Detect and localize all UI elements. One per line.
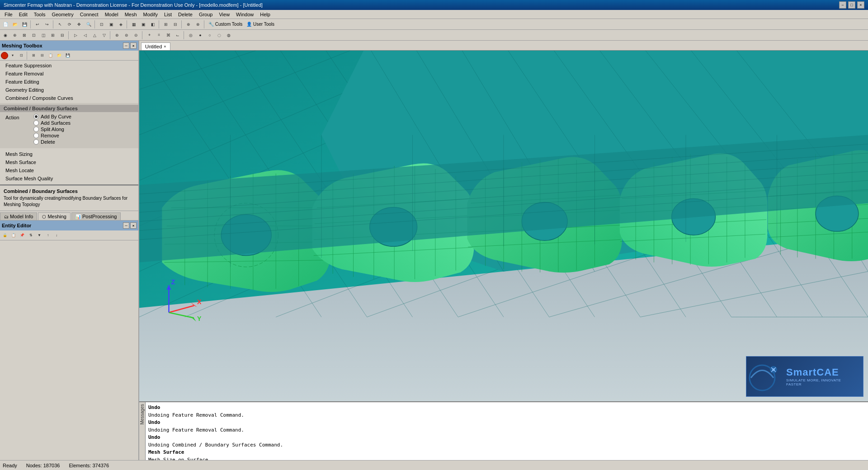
menu-delete[interactable]: Delete — [175, 11, 195, 18]
menu-help[interactable]: Help — [257, 11, 273, 18]
radio-btn-delete[interactable] — [33, 139, 39, 145]
tb-new[interactable]: 📄 — [1, 20, 10, 29]
tb2-17[interactable]: ⌘ — [164, 31, 173, 40]
viewport-tab-close[interactable]: × — [164, 44, 166, 49]
entity-editor-close-button[interactable]: × — [130, 222, 137, 229]
tb-select[interactable]: ↖ — [56, 20, 65, 29]
lower-item-surface-mesh-quality[interactable]: Surface Mesh Quality — [0, 174, 138, 183]
tb-render3[interactable]: ◧ — [148, 20, 157, 29]
ee-tb-lock[interactable]: 🔒 — [1, 231, 9, 240]
toolbox-tb-1[interactable]: ▾ — [9, 52, 17, 60]
tb2-1[interactable]: ◉ — [1, 31, 10, 40]
tb2-23[interactable]: ◍ — [224, 31, 233, 40]
toolbox-tb-4[interactable]: ⊟ — [38, 52, 46, 60]
toolbox-tb-7[interactable]: 💾 — [64, 52, 72, 60]
toolbox-tb-red[interactable] — [1, 52, 8, 59]
tb-redo[interactable]: ↪ — [42, 20, 52, 29]
tb2-4[interactable]: ⊡ — [29, 31, 38, 40]
tb2-15[interactable]: ⌖ — [145, 31, 154, 40]
tb-rotate[interactable]: ⟳ — [65, 20, 74, 29]
radio-btn-add-surfaces[interactable] — [33, 120, 39, 126]
tb-render1[interactable]: ▦ — [129, 20, 138, 29]
ee-tb-copy[interactable]: 📋 — [9, 231, 18, 240]
tb2-16[interactable]: ⌗ — [154, 31, 163, 40]
lower-item-mesh-locate[interactable]: Mesh Locate — [0, 166, 138, 174]
tb-mesh1[interactable]: ⊞ — [161, 20, 170, 29]
tb-front[interactable]: ▣ — [107, 20, 116, 29]
tb2-6[interactable]: ⊞ — [48, 31, 57, 40]
menu-modify[interactable]: Modify — [141, 11, 160, 18]
tb-snap[interactable]: ⊕ — [184, 20, 193, 29]
menu-model[interactable]: Model — [102, 11, 121, 18]
tb2-9[interactable]: ◁ — [80, 31, 90, 40]
menu-connect[interactable]: Connect — [77, 11, 101, 18]
section-geometry-editing[interactable]: Geometry Editing — [0, 86, 138, 94]
radio-btn-split-along[interactable] — [33, 127, 39, 132]
tb-render2[interactable]: ▣ — [139, 20, 148, 29]
entity-editor-pin-button[interactable]: ─ — [123, 222, 129, 229]
canvas-area[interactable]: X Y Z — [139, 51, 868, 401]
tb-mesh2[interactable]: ⊟ — [171, 20, 180, 29]
tb-open[interactable]: 📂 — [10, 20, 19, 29]
tb2-19[interactable]: ◎ — [186, 31, 195, 40]
tb2-13[interactable]: ⊜ — [122, 31, 131, 40]
ee-tb-down[interactable]: ↓ — [52, 231, 61, 240]
toolbox-tb-3[interactable]: ⊞ — [29, 52, 38, 60]
messages-content[interactable]: Undo Undoing Feature Removal Command. Un… — [146, 402, 868, 460]
radio-btn-remove[interactable] — [33, 133, 39, 138]
tb2-11[interactable]: ▽ — [99, 31, 108, 40]
tb-save[interactable]: 💾 — [20, 20, 29, 29]
tb2-3[interactable]: ⊠ — [20, 31, 29, 40]
minimize-button[interactable]: − — [839, 1, 846, 9]
menu-list[interactable]: List — [161, 11, 175, 18]
tb-ortho[interactable]: ⊗ — [193, 20, 203, 29]
tb2-18[interactable]: ⌙ — [173, 31, 182, 40]
tb2-5[interactable]: ◫ — [39, 31, 48, 40]
tb2-7[interactable]: ⊟ — [58, 31, 67, 40]
ee-tb-filter[interactable]: ▼ — [35, 231, 43, 240]
tb2-22[interactable]: ◌ — [215, 31, 224, 40]
section-composite-curves[interactable]: Combined / Composite Curves — [0, 94, 138, 102]
toolbox-pin-button[interactable]: ─ — [123, 42, 129, 49]
tb2-14[interactable]: ⊝ — [132, 31, 141, 40]
ee-tb-paste[interactable]: 📌 — [18, 231, 26, 240]
menu-tools[interactable]: Tools — [31, 11, 48, 18]
ee-tb-sort[interactable]: ⇅ — [27, 231, 35, 240]
restore-button[interactable]: □ — [848, 1, 855, 9]
radio-add-by-curve[interactable]: Add By Curve — [33, 114, 71, 119]
viewport-tab-untitled[interactable]: Untitled × — [141, 42, 170, 50]
tb-undo[interactable]: ↩ — [33, 20, 42, 29]
tb-iso[interactable]: ◈ — [116, 20, 125, 29]
section-feature-removal[interactable]: Feature Removal — [0, 70, 138, 78]
menu-window[interactable]: Window — [233, 11, 256, 18]
close-button[interactable]: × — [857, 1, 864, 9]
tb-user-tools[interactable]: 👤 User Tools — [246, 22, 274, 27]
toolbox-tb-6[interactable]: 📁 — [55, 52, 63, 60]
messages-sidebar-label[interactable]: Messages — [140, 404, 145, 425]
tb2-21[interactable]: ○ — [205, 31, 214, 40]
lower-item-mesh-surface[interactable]: Mesh Surface — [0, 158, 138, 166]
tb-zoom[interactable]: 🔍 — [84, 20, 93, 29]
radio-split-along[interactable]: Split Along — [33, 127, 71, 132]
toolbox-tb-5[interactable]: 📋 — [47, 52, 55, 60]
tb2-2[interactable]: ⊕ — [10, 31, 19, 40]
tb-custom-tools[interactable]: 🔧 Custom Tools — [208, 22, 242, 27]
menu-mesh[interactable]: Mesh — [122, 11, 140, 18]
tab-postprocessing[interactable]: 📊 PostProcessing — [71, 212, 121, 220]
ee-tb-up[interactable]: ↑ — [44, 231, 52, 240]
toolbox-close-button[interactable]: × — [130, 42, 137, 49]
radio-remove[interactable]: Remove — [33, 133, 71, 138]
tb2-8[interactable]: ▷ — [71, 31, 80, 40]
radio-btn-add-by-curve[interactable] — [33, 114, 39, 119]
tb2-20[interactable]: ● — [196, 31, 205, 40]
menu-view[interactable]: View — [216, 11, 232, 18]
section-feature-editing[interactable]: Feature Editing — [0, 78, 138, 86]
menu-edit[interactable]: Edit — [16, 11, 30, 18]
tab-model-info[interactable]: 🗂 Model Info — [0, 212, 37, 220]
tb2-10[interactable]: △ — [90, 31, 99, 40]
menu-geometry[interactable]: Geometry — [49, 11, 76, 18]
tab-meshing[interactable]: ⬡ Meshing — [38, 212, 71, 220]
tb2-12[interactable]: ⊛ — [113, 31, 122, 40]
toolbox-tb-2[interactable]: ⊡ — [17, 52, 25, 60]
tb-pan[interactable]: ✥ — [75, 20, 84, 29]
